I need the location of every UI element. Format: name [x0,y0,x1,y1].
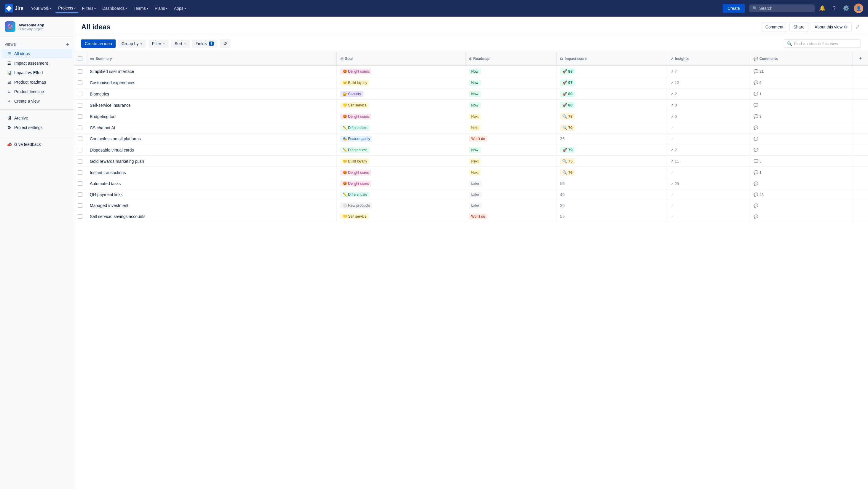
add-column-button[interactable]: + [857,54,864,63]
idea-summary[interactable]: Self service: savings accounts [86,211,337,222]
idea-impact-score[interactable]: 🔍 70 [556,122,667,133]
share-button[interactable]: Share [789,23,808,31]
roadmap-tag[interactable]: Now [469,102,481,108]
nav-filters[interactable]: Filters ▾ [79,4,99,12]
idea-goal[interactable]: 🤝 Build loyalty [337,77,465,88]
idea-comments[interactable]: 💬 3 [750,156,853,167]
idea-roadmap[interactable]: Next [465,167,556,178]
goal-tag[interactable]: 🤝 Build loyalty [340,80,369,86]
roadmap-tag[interactable]: Now [469,80,481,86]
goal-tag[interactable]: 😍 Delight users [340,68,371,74]
idea-goal[interactable]: ⚪ New products [337,200,465,211]
idea-goal[interactable]: 😍 Delight users [337,111,465,122]
row-checkbox[interactable] [78,92,83,96]
idea-comments[interactable]: 💬 [750,145,853,156]
create-button[interactable]: Create [723,4,745,13]
goal-tag[interactable]: ✏️ Differentiate [340,125,370,131]
idea-summary[interactable]: Instant transactions [86,167,337,178]
idea-goal[interactable]: 💛 Self service [337,211,465,222]
idea-search-input[interactable] [794,41,858,46]
col-roadmap[interactable]: ◎ Roadmap [465,52,556,65]
idea-impact-score[interactable]: 🚀 97 [556,77,667,88]
idea-summary[interactable]: CS chatbot AI [86,122,337,133]
idea-insights[interactable]: ↗ 7 [667,65,750,77]
idea-roadmap[interactable]: Next [465,122,556,133]
idea-insights[interactable]: ↗ 11 [667,156,750,167]
col-goal[interactable]: ◎ Goal [337,52,465,65]
roadmap-tag[interactable]: Later [469,203,482,209]
idea-goal[interactable]: 😍 Delight users [337,65,465,77]
col-impact-score[interactable]: fx Impact score [556,52,667,65]
idea-insights[interactable]: ↗ [667,189,750,200]
idea-impact-score[interactable]: 🚀 79 [556,145,667,156]
row-checkbox[interactable] [78,214,83,219]
idea-goal[interactable]: 🤝 Build loyalty [337,156,465,167]
idea-impact-score[interactable]: 36 [556,200,667,211]
roadmap-tag[interactable]: Later [469,191,482,197]
idea-insights[interactable]: ↗ 2 [667,145,750,156]
idea-summary[interactable]: Biometrics [86,88,337,100]
col-comments[interactable]: 💬 Comments [750,52,853,65]
idea-roadmap[interactable]: Next [465,111,556,122]
idea-roadmap[interactable]: Now [465,145,556,156]
idea-summary[interactable]: Gold rewards marketing push [86,156,337,167]
idea-goal[interactable]: ✏️ Differentiate [337,189,465,200]
idea-impact-score[interactable]: 55 [556,211,667,222]
create-idea-button[interactable]: Create an idea [81,39,116,48]
idea-summary[interactable]: QR payment links [86,189,337,200]
goal-tag[interactable]: 😍 Delight users [340,170,371,176]
sidebar-item-all-ideas[interactable]: ☰ All ideas [2,49,72,58]
idea-comments[interactable]: 💬 1 [750,88,853,100]
idea-comments[interactable]: 💬 1 [750,167,853,178]
idea-summary[interactable]: Budgeting tool [86,111,337,122]
group-by-button[interactable]: Group by + [118,39,146,48]
idea-insights[interactable]: ↗ [667,122,750,133]
nav-projects[interactable]: Projects ▾ [55,4,79,13]
search-box[interactable]: 🔍 [749,4,815,12]
idea-summary[interactable]: Customised experiences [86,77,337,88]
idea-comments[interactable]: 💬 21 [750,65,853,77]
idea-comments[interactable]: 💬 48 [750,189,853,200]
idea-roadmap[interactable]: Now [465,77,556,88]
idea-insights[interactable]: ↗ 2 [667,88,750,100]
sidebar-item-product-timeline[interactable]: ≡ Product timeline [2,87,72,96]
idea-summary[interactable]: Contactless on all platforms [86,133,337,145]
idea-goal[interactable]: ✏️ Differentiate [337,145,465,156]
idea-insights[interactable]: ↗ 6 [667,111,750,122]
idea-insights[interactable]: ↗ [667,167,750,178]
goal-tag[interactable]: 🔐 Security [340,91,364,97]
idea-insights[interactable]: ↗ [667,211,750,222]
idea-insights[interactable]: ↗ [667,133,750,145]
idea-impact-score[interactable]: 🔍 78 [556,111,667,122]
col-summary[interactable]: Aα Summary [86,52,337,65]
sidebar-item-project-settings[interactable]: ⚙ Project settings [2,123,72,132]
project-header[interactable]: 🔮 Awesome app Discovery project [0,17,74,37]
idea-impact-score[interactable]: 🔍 76 [556,167,667,178]
row-checkbox[interactable] [78,125,83,130]
idea-insights[interactable]: ↗ 12 [667,77,750,88]
idea-insights[interactable]: ↗ 29 [667,178,750,189]
row-checkbox[interactable] [78,181,83,186]
refresh-button[interactable]: ↺ [220,39,230,48]
row-checkbox[interactable] [78,136,83,141]
idea-roadmap[interactable]: Later [465,200,556,211]
idea-goal[interactable]: 🔐 Security [337,88,465,100]
logo[interactable]: Jira [5,4,23,12]
idea-roadmap[interactable]: Later [465,189,556,200]
idea-goal[interactable]: 🎭 Feature parity [337,133,465,145]
goal-tag[interactable]: 😍 Delight users [340,114,371,120]
idea-insights[interactable]: ↗ 3 [667,100,750,111]
roadmap-tag[interactable]: Won't do [469,214,488,219]
idea-summary[interactable]: Simplified user interface [86,65,337,77]
sort-button[interactable]: Sort + [171,39,190,48]
nav-teams[interactable]: Teams ▾ [130,4,151,12]
idea-impact-score[interactable]: 56 [556,178,667,189]
idea-impact-score[interactable]: 🔍 75 [556,156,667,167]
idea-goal[interactable]: 😍 Delight users [337,167,465,178]
idea-goal[interactable]: ✏️ Differentiate [337,122,465,133]
nav-plans[interactable]: Plans ▾ [152,4,170,12]
sidebar-item-impact-vs-effort[interactable]: 📊 Impact vs Effort [2,68,72,77]
sidebar-item-impact-assessment[interactable]: ☰ Impact assesment [2,59,72,68]
idea-comments[interactable]: 💬 [750,122,853,133]
sidebar-item-create-view[interactable]: + Create a view [2,97,72,105]
